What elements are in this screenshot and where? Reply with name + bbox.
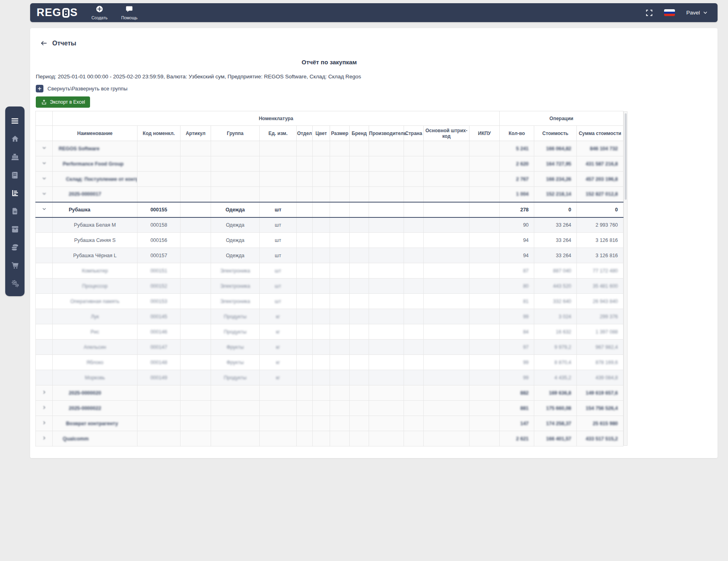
unit-cell: кг	[260, 370, 297, 385]
column-header-qty[interactable]: Кол-во	[500, 126, 534, 141]
table-row[interactable]: Рубашка000155Одеждашт27800	[36, 202, 623, 217]
row-expander[interactable]	[36, 416, 53, 431]
row-expander[interactable]	[36, 202, 53, 217]
sidebar-item-purchases[interactable]	[5, 256, 25, 274]
column-header-group[interactable]: Группа	[211, 126, 260, 141]
item-name-cell: Компьютер	[53, 263, 137, 278]
user-menu[interactable]: Pavel	[686, 10, 708, 16]
articul-cell	[180, 233, 211, 248]
column-header-size[interactable]: Размер	[330, 126, 350, 141]
qty-cell: 99	[500, 370, 534, 385]
box-icon	[11, 225, 19, 233]
column-header-department[interactable]: Отдел	[297, 126, 313, 141]
table-row[interactable]: Лук000145Продуктыкг993 024299 376	[36, 309, 623, 324]
toggle-all-groups-button[interactable]: Свернуть\Развернуть все группы	[36, 85, 127, 92]
table-row[interactable]: Апельсин000147Фруктыкг979 979,2967 982,4	[36, 340, 623, 355]
color-cell	[313, 141, 330, 156]
table-row[interactable]: Яблоко000148Фруктыкг998 870,4878 169,6	[36, 355, 623, 370]
ikpu-cell	[470, 202, 500, 217]
group-cell: Электроника	[211, 278, 260, 294]
sidebar-item-settings[interactable]	[5, 274, 25, 293]
articul-cell	[180, 278, 211, 294]
item-code-cell: 000157	[137, 248, 180, 263]
qty-cell: 882	[500, 385, 534, 401]
articul-cell	[180, 202, 211, 217]
sidebar-item-menu[interactable]	[5, 112, 25, 130]
table-row[interactable]: Рис000146Продуктыкг8416 6321 397 088	[36, 324, 623, 340]
column-header-cost[interactable]: Стоимость	[534, 126, 577, 141]
qty-cell: 5 241	[500, 141, 534, 156]
brand-cell	[350, 217, 369, 233]
sidebar-item-cash-register[interactable]	[5, 148, 25, 166]
table-row[interactable]: Оперативная память000153Электроникашт813…	[36, 294, 623, 309]
table-row[interactable]: Performance Food Group2 620164 727,95431…	[36, 156, 623, 172]
row-expander[interactable]	[36, 431, 53, 446]
sidebar-item-reports[interactable]	[5, 184, 25, 202]
create-button[interactable]: Создать	[92, 5, 108, 20]
column-header-barcode[interactable]: Основной штрих-код	[424, 126, 470, 141]
sidebar-item-home[interactable]	[5, 130, 25, 148]
manufacturer-cell	[369, 355, 404, 370]
column-header-country[interactable]: Страна	[404, 126, 424, 141]
table-row[interactable]: 2025-0000022881175 660,08154 756 526,4	[36, 401, 623, 416]
row-expander[interactable]	[36, 187, 53, 202]
table-row[interactable]: Рубашка Белая М000158Одеждашт9033 2642 9…	[36, 217, 623, 233]
column-header-color[interactable]: Цвет	[313, 126, 330, 141]
department-cell	[297, 401, 313, 416]
row-expander[interactable]	[36, 385, 53, 401]
column-header-total-cost[interactable]: Сумма стоимости	[577, 126, 623, 141]
table-row[interactable]: Возврат контрагенту147174 258,3725 615 9…	[36, 416, 623, 431]
table-row[interactable]: 2025-00000171 004152 218,14152 827 012,8	[36, 187, 623, 202]
table-scrollbar-thumb[interactable]	[625, 113, 627, 200]
brand-cell	[350, 294, 369, 309]
export-excel-label: Экспорт в Excel	[50, 99, 85, 105]
column-header-ikpu[interactable]: ИКПУ	[470, 126, 500, 141]
table-row[interactable]: 2025-0000020882169 636,8149 619 657,6	[36, 385, 623, 401]
country-cell	[404, 278, 424, 294]
table-row[interactable]: Рубашка Чёрная L000157Одеждашт9433 2643 …	[36, 248, 623, 263]
column-header-name[interactable]: Наименование	[53, 126, 137, 141]
sidebar-item-finance[interactable]	[5, 238, 25, 256]
unit-cell: кг	[260, 309, 297, 324]
table-scrollbar[interactable]	[623, 111, 628, 446]
item-name-cell: Возврат контрагенту	[53, 416, 137, 431]
size-cell	[330, 431, 350, 446]
column-header-manufacturer[interactable]: Производитель	[369, 126, 404, 141]
table-row[interactable]: REGOS Software5 241166 064,82846 104 732	[36, 141, 623, 156]
country-cell	[404, 294, 424, 309]
fullscreen-icon[interactable]	[646, 9, 653, 16]
back-link[interactable]: Отчеты	[40, 39, 76, 47]
table-row[interactable]: Склад: Поступление от контрагента2 76716…	[36, 172, 623, 187]
sidebar-item-products[interactable]	[5, 220, 25, 238]
table-row[interactable]: Qualcomm2 621166 401,57433 517 515,2	[36, 431, 623, 446]
regos-logo[interactable]: REGS	[37, 6, 78, 19]
column-header-articul[interactable]: Артикул	[180, 126, 211, 141]
item-code-cell: 000158	[137, 217, 180, 233]
help-button[interactable]: Помощь	[121, 5, 137, 20]
row-expander[interactable]	[36, 141, 53, 156]
table-row[interactable]: Компьютер000151Электроникашт87887 04077 …	[36, 263, 623, 278]
table-row[interactable]: Морковь000149Продуктыкг994 435,2439 084,…	[36, 370, 623, 385]
table-row[interactable]: Процессор000152Электроникашт80443 52035 …	[36, 278, 623, 294]
row-expander-empty	[36, 294, 53, 309]
barcode-cell	[424, 416, 470, 431]
column-header-unit[interactable]: Ед. изм.	[260, 126, 297, 141]
unit-cell	[260, 385, 297, 401]
manufacturer-cell	[369, 233, 404, 248]
language-flag-russia[interactable]	[664, 9, 675, 16]
row-expander[interactable]	[36, 156, 53, 172]
column-header-code[interactable]: Код номенкл.	[137, 126, 180, 141]
sidebar-item-journal[interactable]	[5, 166, 25, 184]
department-cell	[297, 355, 313, 370]
qty-cell: 94	[500, 248, 534, 263]
table-row[interactable]: Рубашка Синяя S000156Одеждашт9433 2643 1…	[36, 233, 623, 248]
column-header-brand[interactable]: Бренд	[350, 126, 369, 141]
row-expander[interactable]	[36, 401, 53, 416]
manufacturer-cell	[369, 340, 404, 355]
ikpu-cell	[470, 172, 500, 187]
sidebar-item-documents[interactable]	[5, 202, 25, 220]
help-button-label: Помощь	[121, 15, 137, 20]
export-excel-button[interactable]: Экспорт в Excel	[36, 96, 90, 108]
row-expander[interactable]	[36, 172, 53, 187]
country-cell	[404, 156, 424, 172]
